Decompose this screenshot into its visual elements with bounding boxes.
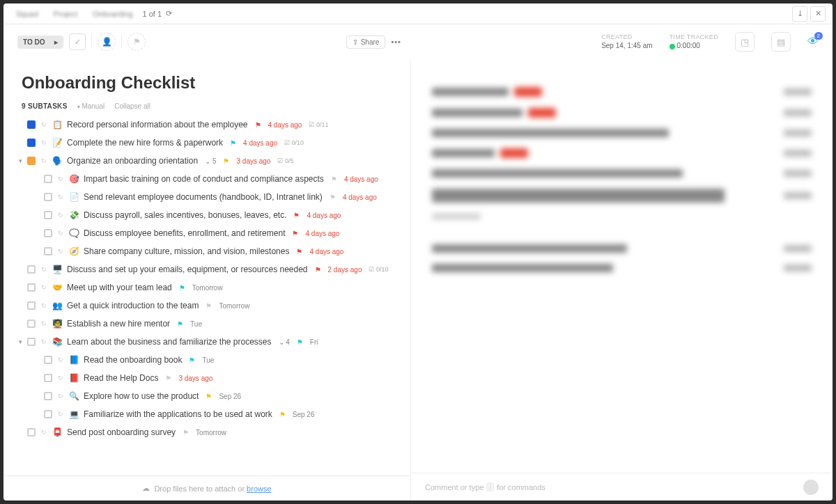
close-icon[interactable]: ✕ xyxy=(810,6,826,22)
task-name[interactable]: Explore how to use the product xyxy=(84,391,199,401)
task-name[interactable]: Impart basic training on code of conduct… xyxy=(84,174,324,184)
timer-icon[interactable]: ◳ xyxy=(735,32,754,52)
due-date[interactable]: Tomorrow xyxy=(192,284,223,292)
priority-flag-icon[interactable]: ⚑ xyxy=(230,139,236,147)
due-date[interactable]: Tomorrow xyxy=(219,302,249,310)
task-name[interactable]: Discuss employee benefits, enrollment, a… xyxy=(84,228,285,238)
priority-flag-icon[interactable]: ⚑ xyxy=(330,194,336,201)
task-row[interactable]: ↻🧑‍🏫Establish a new hire mentor⚑Tue xyxy=(17,315,403,333)
priority-flag-icon[interactable]: ⚑ xyxy=(292,230,298,237)
status-checkbox[interactable] xyxy=(27,320,36,328)
task-row[interactable]: ↻💸Discuss payroll, sales incentives, bon… xyxy=(17,206,403,224)
due-date[interactable]: Tue xyxy=(202,356,214,364)
priority-flag-icon[interactable]: ⚑ xyxy=(183,429,189,436)
status-checkbox[interactable] xyxy=(44,175,52,183)
task-row[interactable]: ▾↻🗣️Organize an onboarding orientation⌄ … xyxy=(17,152,403,170)
note-icon[interactable]: ▤ xyxy=(771,32,791,52)
priority-flag-icon[interactable]: ⚑ xyxy=(279,411,286,418)
send-button[interactable] xyxy=(803,480,819,495)
status-checkbox[interactable] xyxy=(27,283,36,292)
priority-flag-icon[interactable]: ⚑ xyxy=(315,266,321,274)
task-name[interactable]: Establish a new hire mentor xyxy=(67,319,170,329)
status-checkbox[interactable] xyxy=(44,211,52,219)
refresh-icon[interactable]: ⟳ xyxy=(166,9,172,18)
task-name[interactable]: Familiarize with the applications to be … xyxy=(84,409,272,419)
task-name[interactable]: Share company culture, mission, and visi… xyxy=(84,246,289,256)
status-checkbox[interactable] xyxy=(27,428,36,436)
priority-flag-icon[interactable]: ⚑ xyxy=(331,175,337,183)
due-date[interactable]: Sep 26 xyxy=(219,393,241,400)
task-row[interactable]: ↻📕Read the Help Docs⚑3 days ago xyxy=(17,369,403,387)
due-date[interactable]: 2 days ago xyxy=(328,266,362,274)
comment-input[interactable]: Comment or type / for commands xyxy=(411,473,833,501)
due-date[interactable]: Tue xyxy=(190,320,202,328)
breadcrumb-item[interactable]: Project xyxy=(48,8,83,19)
status-checkbox[interactable] xyxy=(27,265,36,274)
browse-link[interactable]: browse xyxy=(247,485,271,493)
status-checkbox[interactable] xyxy=(27,301,36,310)
share-button[interactable]: ⇪ Share xyxy=(346,36,386,49)
priority-flag-icon[interactable]: ⚑ xyxy=(206,302,212,310)
priority-flag-icon[interactable]: ⚑ xyxy=(127,33,146,51)
task-name[interactable]: Discuss payroll, sales incentives, bonus… xyxy=(84,210,286,220)
task-name[interactable]: Discuss and set up your emails, equipmen… xyxy=(67,265,308,274)
task-row[interactable]: ↻👥Get a quick introduction to the team⚑T… xyxy=(17,297,403,315)
status-checkbox[interactable] xyxy=(44,374,52,382)
due-date[interactable]: 4 days ago xyxy=(344,175,378,183)
due-date[interactable]: 4 days ago xyxy=(309,248,343,255)
task-name[interactable]: Record personal information about the em… xyxy=(67,120,248,129)
priority-flag-icon[interactable]: ⚑ xyxy=(223,157,229,165)
priority-flag-icon[interactable]: ⚑ xyxy=(297,338,303,346)
subtask-toggle-icon[interactable]: ▾ xyxy=(17,157,23,164)
status-checkbox[interactable] xyxy=(44,410,52,418)
status-checkbox[interactable] xyxy=(44,356,52,364)
priority-flag-icon[interactable]: ⚑ xyxy=(255,121,261,129)
status-checkbox[interactable] xyxy=(27,139,36,147)
task-row[interactable]: ▾↻📚Learn about the business and familiar… xyxy=(17,333,403,351)
status-checkbox[interactable] xyxy=(44,193,52,201)
due-date[interactable]: 4 days ago xyxy=(243,139,277,147)
due-date[interactable]: 4 days ago xyxy=(343,194,377,201)
watchers-icon[interactable]: 👁 xyxy=(807,36,819,48)
task-name[interactable]: Meet up with your team lead xyxy=(67,283,172,292)
status-checkbox[interactable] xyxy=(44,392,52,400)
task-row[interactable]: ↻📄Send relevant employee documents (hand… xyxy=(17,188,403,206)
task-name[interactable]: Read the onboarding book xyxy=(84,355,182,365)
priority-flag-icon[interactable]: ⚑ xyxy=(296,248,302,255)
priority-flag-icon[interactable]: ⚑ xyxy=(293,212,300,219)
breadcrumb-item[interactable]: Onboarding xyxy=(87,8,139,19)
due-date[interactable]: 3 days ago xyxy=(178,375,212,382)
due-date[interactable]: 4 days ago xyxy=(307,212,341,219)
due-date[interactable]: 3 days ago xyxy=(236,157,270,165)
task-name[interactable]: Send post onboarding survey xyxy=(67,427,176,437)
task-row[interactable]: ↻💻Familiarize with the applications to b… xyxy=(17,405,403,423)
task-row[interactable]: ↻🗨️Discuss employee benefits, enrollment… xyxy=(17,224,403,242)
task-name[interactable]: Send relevant employee documents (handbo… xyxy=(84,192,323,202)
task-name[interactable]: Get a quick introduction to the team xyxy=(67,301,199,310)
task-row[interactable]: ↻📮Send post onboarding survey⚑Tomorrow xyxy=(17,423,403,441)
task-name[interactable]: Organize an onboarding orientation xyxy=(67,156,198,166)
subtask-toggle-icon[interactable]: ▾ xyxy=(17,338,23,345)
due-date[interactable]: 4 days ago xyxy=(268,121,302,129)
attachment-drop-zone[interactable]: ☁ Drop files here to attach or browse xyxy=(3,475,410,501)
status-dropdown[interactable]: TO DO ▸ xyxy=(17,36,63,49)
sort-manual[interactable]: ▾ Manual xyxy=(77,102,105,110)
task-row[interactable]: ↻📋Record personal information about the … xyxy=(17,116,403,134)
page-title[interactable]: Onboarding Checklist xyxy=(22,73,392,93)
minimize-icon[interactable]: ⤓ xyxy=(792,6,807,22)
task-row[interactable]: ↻🔍Explore how to use the product⚑Sep 26 xyxy=(17,387,403,405)
task-name[interactable]: Read the Help Docs xyxy=(84,373,158,383)
status-checkbox[interactable] xyxy=(27,120,36,129)
priority-flag-icon[interactable]: ⚑ xyxy=(165,375,171,382)
collapse-all[interactable]: Collapse all xyxy=(114,102,150,110)
task-row[interactable]: ↻📝Complete the new hire forms & paperwor… xyxy=(17,134,403,152)
breadcrumb-item[interactable]: Squad xyxy=(10,8,44,19)
priority-flag-icon[interactable]: ⚑ xyxy=(177,320,183,328)
task-row[interactable]: ↻📘Read the onboarding book⚑Tue xyxy=(17,351,403,369)
more-menu-icon[interactable]: ••• xyxy=(391,38,401,46)
priority-flag-icon[interactable]: ⚑ xyxy=(206,393,212,400)
due-date[interactable]: Tomorrow xyxy=(196,429,226,436)
complete-button[interactable]: ✓ xyxy=(69,33,86,50)
task-row[interactable]: ↻🤝Meet up with your team lead⚑Tomorrow xyxy=(17,278,403,297)
priority-flag-icon[interactable]: ⚑ xyxy=(179,284,185,292)
